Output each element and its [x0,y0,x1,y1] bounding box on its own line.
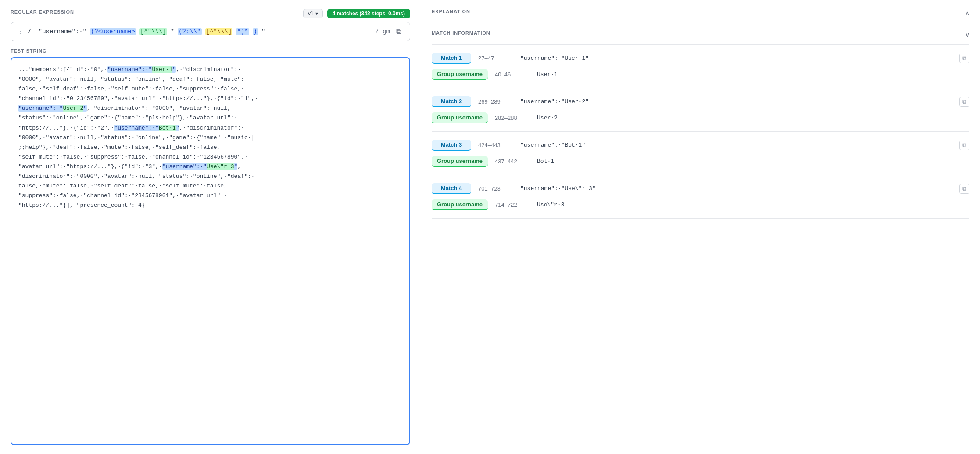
matches-container: Match 1 27–47 "username":·"User·1" ⧉ Gro… [432,45,969,219]
test-text: ;;help"},·"deaf":·false,·"mute":·false,·… [18,144,224,151]
test-text: "channel_id":·"0123456789",·"avatar_url"… [18,95,258,102]
match-range-4: 701–723 [478,185,513,192]
match-section-3: Match 3 424–443 "username":·"Bot·1" ⧉ Gr… [432,132,969,175]
group-row-1: Group username 40–46 User·1 [432,66,969,83]
group-label-2: Group username [432,112,488,123]
group-value-1: User·1 [537,71,558,78]
match-label-4: Match 4 [432,183,471,194]
regex-plain-after: " [261,28,265,35]
group-value-3: Bot·1 [537,158,554,165]
group-value-4: Use\"r·3 [537,202,564,208]
test-text: "https://..."},·{"id":·"2",·"username":·… [18,125,244,131]
copy-match-button-3[interactable]: ⧉ [959,141,969,150]
regex-flags: / gm [375,28,390,35]
regex-section: REGULAR EXPRESSION v1 ▾ 4 matches (342 s… [11,9,410,41]
regex-star1: * [171,28,174,35]
group-value-2: User·2 [537,115,558,121]
test-string-label: TEST STRING [11,48,410,54]
match-row-1: Match 1 27–47 "username":·"User·1" ⧉ [432,50,969,66]
group-row-4: Group username 714–722 Use\"r·3 [432,197,969,213]
test-text: false,·"self_deaf":·false,·"self_mute":·… [18,86,244,92]
match-range-3: 424–443 [478,142,513,148]
match-value-2: "username":·"User·2" [520,98,589,105]
regex-non-capture: (?:\\" [178,28,201,35]
regex-group-close: ) [253,28,258,35]
explanation-label: EXPLANATION [432,9,470,14]
match-label-1: Match 1 [432,53,471,64]
test-text: "avatar_url":·"https://..."},·{"id":·"3"… [18,163,241,170]
test-text: "0000",·"avatar":·null,·"status":·"onlin… [18,134,254,141]
regex-plain-before: "username":·" [35,28,86,35]
regex-star2: *)* [236,28,249,35]
group-label-4: Group username [432,199,488,210]
group-label-3: Group username [432,156,488,167]
right-panel: EXPLANATION ∧ MATCH INFORMATION ∨ Match … [421,0,980,454]
test-text: false,·"mute":·false,·"self_deaf":·false… [18,183,231,189]
copy-match-button-4[interactable]: ⧉ [959,184,969,194]
test-text: ..."members":[{"id":·"0",·"username":·"U… [18,66,241,73]
match-value-4: "username":·"Use\"r·3" [520,185,596,192]
regex-open-slash: / [28,28,31,35]
test-string-area[interactable]: ..."members":[{"id":·"0",·"username":·"U… [11,57,410,445]
regex-group-open: (?<username> [90,28,136,35]
copy-match-button-1[interactable]: ⧉ [959,54,969,63]
copy-regex-button[interactable]: ⧉ [393,27,404,36]
test-text: "https://..."}],·"presence_count":·4} [18,202,145,209]
test-text: "status":·"online",·"game":·{"name":·"pl… [18,115,237,121]
match-value-1: "username":·"User·1" [520,55,589,61]
group-range-2: 282–288 [495,115,530,121]
version-button[interactable]: v1 ▾ [303,9,323,18]
match-label-2: Match 2 [432,96,471,107]
test-text: "suppress":·false,·"channel_id":·"234567… [18,192,227,199]
group-range-3: 437–442 [495,158,530,165]
match-row-2: Match 2 269–289 "username":·"User·2" ⧉ [432,94,969,110]
match-row-4: Match 4 701–723 "username":·"Use\"r·3" ⧉ [432,180,969,197]
regex-header: REGULAR EXPRESSION v1 ▾ 4 matches (342 s… [11,9,410,18]
regex-section-label: REGULAR EXPRESSION [11,9,74,14]
group-range-4: 714–722 [495,202,530,208]
regex-input-row: ⋮ / "username":·" (?<username>[^"\\\]*(?… [11,22,410,41]
match-label-3: Match 3 [432,140,471,151]
match-value-3: "username":·"Bot·1" [520,142,585,148]
match-info-label: MATCH INFORMATION [432,30,490,36]
test-text: "0000",·"avatar":·null,·"status":·"onlin… [18,76,248,83]
match-info-header: MATCH INFORMATION ∨ [432,23,969,45]
match-section-2: Match 2 269–289 "username":·"User·2" ⧉ G… [432,88,969,132]
explanation-collapse-icon[interactable]: ∧ [965,10,969,17]
drag-handle-icon[interactable]: ⋮ [17,27,24,36]
group-range-1: 40–46 [495,71,530,78]
copy-match-button-2[interactable]: ⧉ [959,97,969,107]
regex-char-class1: [^"\\\] [139,28,167,35]
regex-char-class2: [^"\\\] [205,28,233,35]
test-string-section: TEST STRING ..."members":[{"id":·"0",·"u… [11,48,410,445]
match-badge: 4 matches (342 steps, 0.0ms) [327,9,410,18]
match-section-4: Match 4 701–723 "username":·"Use\"r·3" ⧉… [432,175,969,219]
match-range-2: 269–289 [478,98,513,105]
test-text: "discriminator":·"0000",·"avatar":·null,… [18,173,254,180]
match-info-collapse-icon[interactable]: ∨ [965,31,969,38]
group-row-2: Group username 282–288 User·2 [432,110,969,126]
test-text: "self_mute":·false,·"suppress":·false,·"… [18,154,248,160]
group-row-3: Group username 437–442 Bot·1 [432,153,969,169]
match-range-1: 27–47 [478,55,513,61]
match-section-1: Match 1 27–47 "username":·"User·1" ⧉ Gro… [432,45,969,88]
match-row-3: Match 3 424–443 "username":·"Bot·1" ⧉ [432,137,969,153]
test-text: "username":·"User·2",·"discriminator":·"… [18,105,234,112]
group-label-1: Group username [432,69,488,80]
left-panel: REGULAR EXPRESSION v1 ▾ 4 matches (342 s… [0,0,421,454]
explanation-header: EXPLANATION ∧ [432,9,969,23]
